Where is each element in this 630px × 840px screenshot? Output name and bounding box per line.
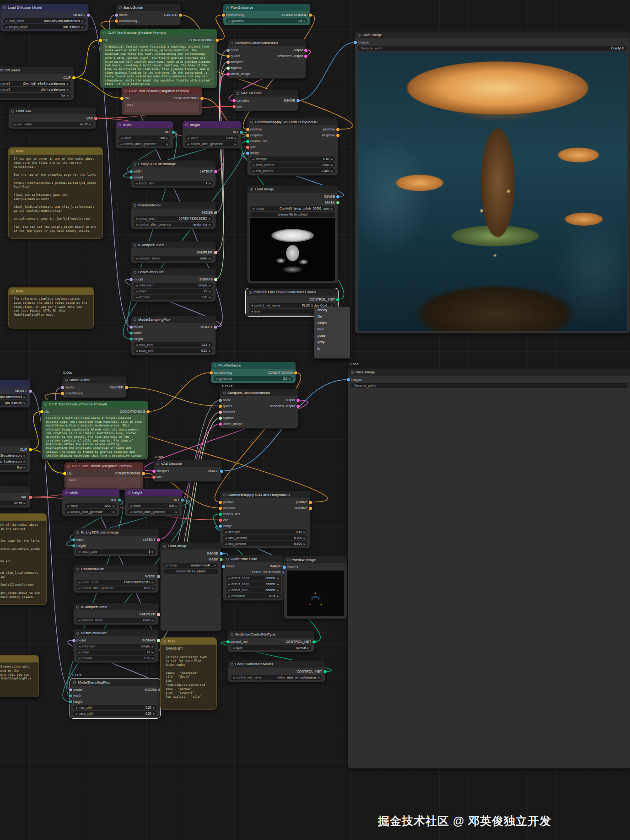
decrement-arrow-icon[interactable]: ◀ [225, 536, 227, 539]
widget-type[interactable]: ◀typeflux▶ [0, 93, 71, 98]
collapse-dot-icon[interactable] [118, 124, 121, 126]
sigmas-port[interactable] [226, 66, 230, 70]
collapse-dot-icon[interactable] [103, 32, 106, 34]
decrement-arrow-icon[interactable]: ◀ [215, 377, 218, 380]
conditioning-port[interactable] [61, 392, 64, 395]
widget-vae_name[interactable]: ◀vae_nameae.sft▶ [0, 501, 27, 506]
node-load-vae-top[interactable]: Load VAEVAE◀vae_nameae.sft▶ [8, 107, 96, 129]
model-port[interactable] [69, 688, 72, 691]
node-load-image-top[interactable]: Load ImageIMAGEMASK◀imageComfyUI_temp_pu… [247, 185, 338, 284]
node-header[interactable]: Load Image [161, 543, 221, 549]
CONDITIONING-port[interactable] [294, 371, 297, 374]
decrement-arrow-icon[interactable]: ◀ [252, 169, 254, 172]
node-width-top[interactable]: widthINT◀value800▶◀control_after_generat… [115, 121, 173, 149]
widget-unet_name[interactable]: ◀unet_nameflux1-dev-fp8.safetensors▶ [0, 394, 27, 399]
increment-arrow-icon[interactable]: ▶ [151, 581, 154, 584]
node-header[interactable]: Note [9, 288, 93, 295]
collapse-dot-icon[interactable] [134, 163, 136, 166]
node-header[interactable]: ModelSamplingFlux [131, 316, 215, 323]
CONDITIONING-port[interactable] [146, 410, 150, 413]
node-flux-guidance-top[interactable]: FluxGuidanceconditioningCONDITIONING◀gui… [223, 4, 311, 26]
collapse-dot-icon[interactable] [11, 290, 14, 293]
widget-sampler_name[interactable]: ◀sampler_nameeuler▶ [76, 618, 156, 623]
widget-end_percent[interactable]: ◀end_percent0.600▶ [223, 541, 307, 546]
node-header[interactable]: DualCLIPLoader [0, 67, 74, 74]
increment-arrow-icon[interactable]: ▶ [331, 169, 333, 172]
node-random-noise-top[interactable]: RandomNoiseNOISE◀noise_seed1078547336120… [130, 201, 216, 229]
CONDITIONING-port[interactable] [215, 38, 219, 42]
increment-arrow-icon[interactable]: ▶ [175, 504, 178, 507]
increment-arrow-icon[interactable]: ▶ [331, 157, 333, 161]
node-dual-clip-loader-top[interactable]: DualCLIPLoaderCLIP◀clip_name1t5xxl_fp8_e… [0, 66, 74, 100]
increment-arrow-icon[interactable]: ▶ [23, 460, 26, 463]
node-note-union-types[interactable]: NoteIMPORTANT! Correct controlnet type t… [160, 637, 217, 710]
increment-arrow-icon[interactable]: ▶ [209, 182, 211, 185]
collapse-dot-icon[interactable] [287, 559, 290, 561]
image-port[interactable] [222, 565, 225, 568]
collapse-dot-icon[interactable] [65, 379, 68, 382]
node-header[interactable]: CLIP Text Encode (Positive Prompt) [100, 29, 217, 36]
widget-max_shift[interactable]: ◀max_shift1.15▶ [134, 342, 213, 347]
node-header[interactable]: Note [161, 638, 216, 645]
SAMPLER-port[interactable] [214, 251, 217, 254]
increment-arrow-icon[interactable]: ▶ [151, 619, 154, 622]
collapse-dot-icon[interactable] [76, 632, 79, 635]
increment-arrow-icon[interactable]: ▶ [81, 25, 84, 28]
node-note-directories[interactable]: NoteIf you get an error in any of the no… [8, 147, 103, 239]
collapse-dot-icon[interactable] [76, 606, 79, 608]
width-port[interactable] [69, 694, 72, 697]
increment-arrow-icon[interactable]: ▶ [89, 123, 91, 126]
height-port[interactable] [69, 700, 72, 703]
upload-button[interactable]: choose file to upload [250, 212, 335, 217]
vae-port[interactable] [246, 145, 249, 149]
noise-port[interactable] [226, 48, 230, 52]
increment-arrow-icon[interactable]: ▶ [23, 401, 26, 404]
denoised_output-port[interactable] [296, 404, 300, 408]
increment-arrow-icon[interactable]: ▶ [23, 454, 26, 457]
collapse-dot-icon[interactable] [163, 640, 166, 643]
collapse-dot-icon[interactable] [134, 318, 136, 321]
increment-arrow-icon[interactable]: ▶ [331, 163, 333, 167]
node-header[interactable]: DualCLIPLoader [0, 439, 30, 446]
node-sampler-custom-advanced-bottom[interactable]: SamplerCustomAdvancednoiseoutputguiderde… [220, 389, 298, 429]
node-header[interactable]: EmptySD3LatentImage [74, 529, 158, 536]
collapse-dot-icon[interactable] [134, 244, 136, 247]
image-port[interactable] [219, 524, 222, 528]
node-header[interactable]: RandomNoise [131, 202, 215, 209]
output-port[interactable] [304, 48, 307, 52]
IMAGE-port[interactable] [220, 552, 223, 555]
increment-arrow-icon[interactable]: ▶ [151, 645, 154, 648]
control_net-port[interactable] [226, 640, 230, 643]
increment-arrow-icon[interactable]: ▶ [289, 377, 291, 380]
node-set-union-controlnet-type[interactable]: SetUnionControlNetTypecontrol_netCONTROL… [227, 630, 314, 652]
guider-port[interactable] [219, 404, 222, 408]
node-random-noise-bottom[interactable]: RandomNoiseNOISE◀noise_seed1747205935923… [73, 565, 159, 593]
collapse-dot-icon[interactable] [358, 34, 361, 37]
decrement-arrow-icon[interactable]: ◀ [135, 182, 138, 185]
model-port[interactable] [61, 386, 64, 389]
collapse-dot-icon[interactable] [226, 558, 229, 560]
node-header[interactable]: BasicGuider [116, 4, 180, 11]
INT-port[interactable] [172, 130, 175, 134]
decrement-arrow-icon[interactable]: ◀ [75, 712, 77, 715]
node-load-diffusion-model-partial[interactable]: Load Diffusion ModelMODEL◀unet_nameflux1… [0, 380, 31, 408]
clip-port[interactable] [120, 97, 124, 100]
widget-resolution[interactable]: ◀resolution1216▶ [226, 593, 281, 598]
increment-arrow-icon[interactable]: ▶ [303, 19, 306, 22]
widget-scheduler[interactable]: ◀schedulersimple▶ [134, 283, 213, 288]
model-port[interactable] [72, 639, 75, 642]
node-empty-sd3-latent-top[interactable]: EmptySD3LatentImagewidthLATENTheight◀bat… [130, 160, 216, 188]
collapse-dot-icon[interactable] [231, 663, 233, 666]
dropdown-item-gray[interactable]: gray [314, 339, 350, 345]
model-port[interactable] [129, 325, 133, 328]
decrement-arrow-icon[interactable]: ◀ [165, 564, 167, 567]
decrement-arrow-icon[interactable]: ◀ [135, 223, 138, 226]
collapse-dot-icon[interactable] [73, 681, 76, 684]
widget-detect_body[interactable]: ◀detect_bodyenable▶ [226, 582, 281, 587]
decrement-arrow-icon[interactable]: ◀ [135, 290, 138, 293]
widget-base_shift[interactable]: ◀base_shift0.50▶ [134, 348, 213, 353]
increment-arrow-icon[interactable]: ▶ [303, 542, 306, 545]
latent_image-port[interactable] [226, 72, 230, 75]
dropdown-item-blur[interactable]: blur [314, 326, 350, 333]
decrement-arrow-icon[interactable]: ◀ [135, 257, 138, 260]
